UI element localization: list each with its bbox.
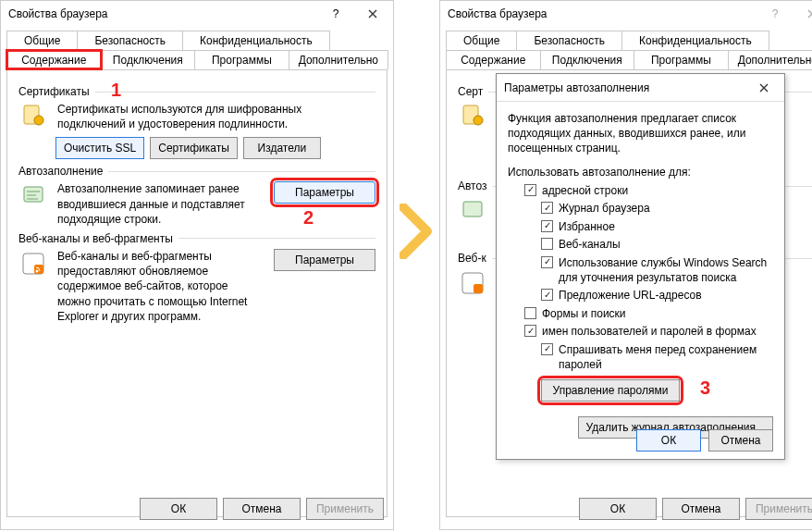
svg-rect-2 xyxy=(24,187,43,202)
sub-dialog-buttons: ОК Отмена xyxy=(636,429,773,452)
window-title: Свойства браузера xyxy=(8,7,317,20)
chk-history[interactable]: Журнал браузера xyxy=(508,200,773,218)
section-certificates-title: Сертификаты xyxy=(18,85,375,98)
feeds-settings-button[interactable]: Параметры xyxy=(274,249,375,271)
feeds-icon xyxy=(18,249,48,278)
titlebar: Свойства браузера ? xyxy=(440,1,812,27)
divider xyxy=(108,171,375,172)
checkbox-icon xyxy=(541,220,553,232)
tab-advanced[interactable]: Дополнительно xyxy=(728,50,812,69)
tab-privacy[interactable]: Конфиденциальность xyxy=(182,31,330,50)
checkbox-icon xyxy=(541,289,553,301)
tab-programs[interactable]: Программы xyxy=(194,50,289,69)
certificate-icon xyxy=(458,102,487,131)
tabs: Общие Безопасность Конфиденциальность Со… xyxy=(440,27,812,69)
clear-ssl-button[interactable]: Очистить SSL xyxy=(55,137,144,159)
checkbox-icon xyxy=(524,307,536,319)
tab-connections[interactable]: Подключения xyxy=(101,50,196,69)
apply-button[interactable]: Применить xyxy=(745,498,812,520)
window-title: Свойства браузера xyxy=(448,7,757,20)
section-label: Веб-каналы и веб-фрагменты xyxy=(18,232,173,245)
close-button[interactable] xyxy=(354,3,391,25)
tab-advanced[interactable]: Дополнительно xyxy=(289,50,388,69)
chk-label: Избранное xyxy=(559,220,615,235)
divider xyxy=(178,238,375,239)
chk-label: Журнал браузера xyxy=(559,202,650,217)
section-certificates: Сертификаты используются для шифрованных… xyxy=(18,102,375,131)
chk-label: имен пользователей и паролей в формах xyxy=(542,325,757,340)
tab-general[interactable]: Общие xyxy=(6,31,78,50)
ok-button[interactable]: ОК xyxy=(140,498,217,520)
tab-security[interactable]: Безопасность xyxy=(77,31,183,50)
autocomplete-icon xyxy=(458,196,487,226)
tab-content-panel: Сертификаты Сертификаты используются для… xyxy=(6,69,388,517)
autocomplete-settings-dialog: Параметры автозаполнения Функция автозап… xyxy=(496,73,785,460)
autocomplete-settings-button[interactable]: Параметры xyxy=(274,181,375,204)
chk-url-suggestions[interactable]: Предложение URL-адресов xyxy=(508,287,773,305)
chk-windows-search[interactable]: Использование службы Windows Search для … xyxy=(508,254,773,287)
publishers-button[interactable]: Издатели xyxy=(243,137,321,159)
help-button[interactable]: ? xyxy=(317,3,354,25)
sub-ok-button[interactable]: ОК xyxy=(636,429,701,452)
section-autocomplete: Автозаполнение запоминает ранее вводивши… xyxy=(18,181,375,227)
tab-content[interactable]: Содержание xyxy=(446,50,541,69)
svg-point-7 xyxy=(474,116,483,125)
titlebar: Свойства браузера ? xyxy=(1,1,393,27)
section-feeds: Веб-каналы и веб-фрагменты предоставляют… xyxy=(18,249,375,324)
section-label: Сертификаты xyxy=(18,85,90,98)
certificates-desc: Сертификаты используются для шифрованных… xyxy=(57,102,375,131)
dialog-buttons: ОК Отмена Применить xyxy=(6,490,388,524)
cancel-button[interactable]: Отмена xyxy=(223,498,301,520)
chk-ask-before-save[interactable]: Спрашивать меня перед сохранением пароле… xyxy=(508,341,773,374)
certificates-buttons: Очистить SSL Сертификаты Издатели xyxy=(55,137,375,159)
close-icon xyxy=(759,83,769,93)
section-feeds-title: Веб-каналы и веб-фрагменты xyxy=(18,232,375,245)
annotation-3: 3 xyxy=(700,377,710,399)
arrow-icon xyxy=(400,204,437,259)
checkbox-icon xyxy=(541,343,553,355)
sub-close-button[interactable] xyxy=(745,77,782,99)
tab-connections[interactable]: Подключения xyxy=(540,50,635,69)
svg-rect-4 xyxy=(34,265,43,274)
feeds-desc: Веб-каналы и веб-фрагменты предоставляют… xyxy=(57,249,265,324)
annotation-2: 2 xyxy=(303,207,314,229)
checkbox-icon xyxy=(541,202,553,214)
tab-security[interactable]: Безопасность xyxy=(516,31,622,50)
chk-address-bar[interactable]: адресной строки xyxy=(508,182,773,201)
chk-label: Веб-каналы xyxy=(559,238,621,253)
internet-options-dialog-right: Свойства браузера ? Общие Безопасность К… xyxy=(439,0,812,530)
manage-passwords-button[interactable]: Управление паролями xyxy=(541,379,680,402)
svg-point-5 xyxy=(36,269,39,272)
section-label: Автозаполнение xyxy=(18,165,103,178)
tab-content[interactable]: Содержание xyxy=(6,50,102,69)
checkbox-icon xyxy=(541,256,553,268)
tab-general[interactable]: Общие xyxy=(446,31,517,50)
chk-usernames-passwords[interactable]: имен пользователей и паролей в формах xyxy=(508,323,773,341)
close-button[interactable] xyxy=(794,3,812,25)
chk-label: адресной строки xyxy=(542,184,628,199)
tabs: Общие Безопасность Конфиденциальность Со… xyxy=(1,27,393,69)
ok-button[interactable]: ОК xyxy=(579,498,657,520)
chk-label: Спрашивать меня перед сохранением пароле… xyxy=(559,343,773,372)
sub-titlebar: Параметры автозаполнения xyxy=(497,74,784,102)
internet-options-dialog-left: Свойства браузера ? Общие Безопасность К… xyxy=(0,0,394,530)
sub-content: Функция автозаполнения предлагает список… xyxy=(497,102,784,448)
chk-favorites[interactable]: Избранное xyxy=(508,218,773,237)
cancel-button[interactable]: Отмена xyxy=(662,498,740,520)
tab-privacy[interactable]: Конфиденциальность xyxy=(621,31,769,50)
tab-programs[interactable]: Программы xyxy=(634,50,729,69)
svg-point-1 xyxy=(34,116,43,125)
checkbox-icon xyxy=(541,238,553,250)
close-icon xyxy=(368,9,377,19)
sub-cancel-button[interactable]: Отмена xyxy=(708,429,773,452)
help-button[interactable]: ? xyxy=(757,3,794,25)
apply-button[interactable]: Применить xyxy=(306,498,384,520)
chk-forms[interactable]: Формы и поиски xyxy=(508,305,773,324)
chk-feeds[interactable]: Веб-каналы xyxy=(508,236,773,254)
annotation-1: 1 xyxy=(111,80,121,101)
chk-label: Использование службы Windows Search для … xyxy=(559,256,773,285)
close-icon xyxy=(807,9,812,19)
section-autocomplete-title: Автозаполнение xyxy=(18,165,375,178)
certificates-button[interactable]: Сертификаты xyxy=(150,137,238,159)
autocomplete-desc: Автозаполнение запоминает ранее вводивши… xyxy=(57,181,265,227)
